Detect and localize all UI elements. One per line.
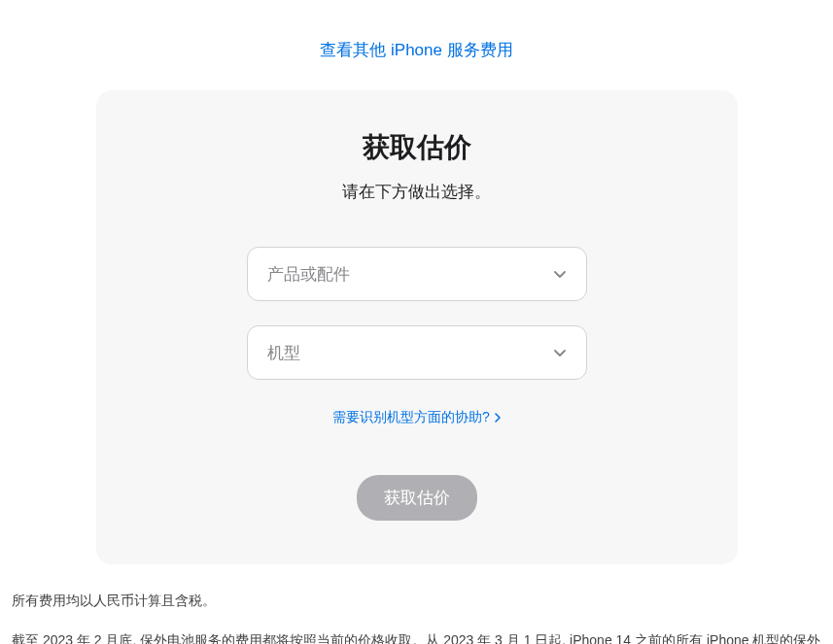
chevron-right-icon (495, 410, 501, 425)
footer-text: 所有费用均以人民币计算且含税。 截至 2023 年 2 月底, 保外电池服务的费… (0, 564, 833, 644)
card-title: 获取估价 (145, 129, 689, 166)
product-select[interactable]: 产品或配件 (247, 247, 587, 301)
model-select-wrapper: 机型 (247, 325, 587, 380)
top-link-container: 查看其他 iPhone 服务费用 (0, 0, 833, 90)
product-select-placeholder: 产品或配件 (267, 263, 350, 286)
card-subtitle: 请在下方做出选择。 (145, 181, 689, 203)
get-estimate-button[interactable]: 获取估价 (357, 475, 477, 521)
model-select[interactable]: 机型 (247, 325, 587, 380)
help-link-label: 需要识别机型方面的协助? (332, 409, 490, 426)
estimate-card: 获取估价 请在下方做出选择。 产品或配件 机型 需要识别机型方面的协助? (96, 90, 738, 564)
footer-line2: 截至 2023 年 2 月底, 保外电池服务的费用都将按照当前的价格收取。从 2… (12, 628, 821, 644)
footer-line2-part1: 截至 2023 年 2 月底, 保外电池服务的费用都将按照当前的价格收取。从 2… (12, 632, 820, 644)
product-select-wrapper: 产品或配件 (247, 247, 587, 301)
submit-button-wrapper: 获取估价 (145, 475, 689, 521)
model-select-placeholder: 机型 (267, 342, 300, 364)
chevron-down-icon (553, 346, 567, 359)
other-services-link[interactable]: 查看其他 iPhone 服务费用 (320, 41, 512, 59)
chevron-down-icon (553, 267, 567, 281)
footer-line1: 所有费用均以人民币计算且含税。 (12, 589, 821, 613)
help-link[interactable]: 需要识别机型方面的协助? (332, 409, 501, 426)
